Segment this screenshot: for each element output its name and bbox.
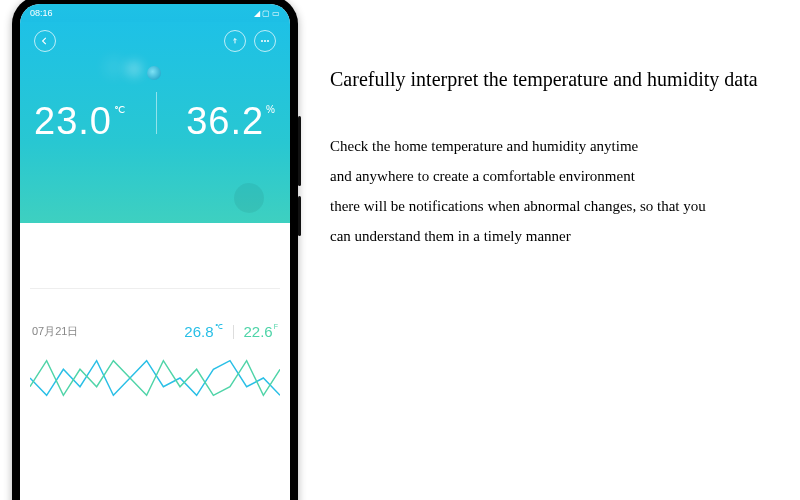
daily-summary-row: 07月21日 26.8℃ 22.6F [30, 323, 280, 340]
status-bar: 08:16 ◢ ▢ ▭ [20, 4, 290, 22]
hero-silhouette [20, 153, 290, 223]
humidity-value: 36.2 [186, 100, 264, 143]
humidity-line [30, 361, 280, 396]
humidity-unit: % [266, 104, 276, 115]
temperature-reading: 23.0 ℃ [34, 100, 126, 143]
ellipsis-icon [260, 39, 270, 43]
summary-temperature-unit: ℃ [215, 323, 223, 330]
marketing-copy: Carefully interpret the temperature and … [310, 0, 800, 500]
marketing-line: there will be notifications when abnorma… [330, 191, 780, 221]
summary-humidity-value: 22.6 [244, 323, 273, 340]
temperature-value: 23.0 [34, 100, 112, 143]
marketing-body: Check the home temperature and humidity … [330, 131, 780, 251]
chart-upper-placeholder [30, 233, 280, 289]
more-button[interactable] [254, 30, 276, 52]
hero-panel: 23.0 ℃ 36.2 % [20, 22, 290, 223]
share-icon [231, 37, 239, 45]
back-button[interactable] [34, 30, 56, 52]
summary-temperature-value: 26.8 [184, 323, 213, 340]
chart-area: 07月21日 26.8℃ 22.6F [20, 223, 290, 500]
summary-separator [233, 325, 234, 339]
history-chart [30, 352, 280, 404]
svg-point-1 [264, 40, 266, 42]
phone-mockup: 08:16 ◢ ▢ ▭ [0, 0, 310, 500]
chevron-left-icon [41, 37, 49, 45]
summary-date: 07月21日 [32, 324, 78, 339]
primary-readings: 23.0 ℃ 36.2 % [34, 88, 276, 143]
svg-point-2 [267, 40, 269, 42]
share-button[interactable] [224, 30, 246, 52]
phone-side-button [298, 116, 301, 186]
marketing-line: can understand them in a timely manner [330, 221, 780, 251]
summary-humidity-unit: F [274, 323, 278, 330]
marketing-line: and anywhere to create a comfortable env… [330, 161, 780, 191]
phone-screen: 08:16 ◢ ▢ ▭ [20, 4, 290, 500]
marketing-headline: Carefully interpret the temperature and … [330, 68, 780, 91]
phone-frame: 08:16 ◢ ▢ ▭ [12, 0, 298, 500]
status-time: 08:16 [30, 8, 53, 18]
svg-point-0 [261, 40, 263, 42]
hero-top-bar [34, 28, 276, 54]
comet-icon [147, 66, 161, 80]
phone-side-button [298, 196, 301, 236]
summary-temperature: 26.8℃ [184, 323, 222, 340]
summary-humidity: 22.6F [244, 323, 278, 340]
marketing-line: Check the home temperature and humidity … [330, 131, 780, 161]
temperature-unit: ℃ [114, 104, 126, 115]
humidity-reading: 36.2 % [186, 100, 276, 143]
status-indicators: ◢ ▢ ▭ [254, 9, 280, 18]
